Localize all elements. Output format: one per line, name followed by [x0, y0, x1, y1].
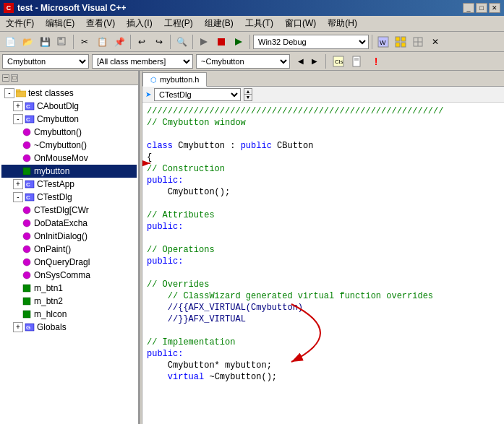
tree-item-ctestapp[interactable]: + C CTestApp	[1, 178, 137, 191]
svg-rect-2	[59, 43, 64, 45]
svg-point-39	[23, 272, 30, 279]
resource-btn[interactable]	[410, 34, 426, 50]
editor-body[interactable]: ////////////////////////////////////////…	[142, 103, 504, 424]
tree-item-ctestdlg-ctor[interactable]: CTestDlg[CWr	[1, 204, 137, 217]
tree-item-onquerydragl[interactable]: OnQueryDragl	[1, 256, 137, 269]
function-icon-dtor	[22, 140, 32, 150]
menu-build[interactable]: 组建(B)	[199, 16, 239, 31]
config-combo[interactable]: Win32 Debug	[253, 35, 369, 49]
menu-window[interactable]: 窗口(W)	[279, 16, 322, 31]
nav-right-button[interactable]: ▶	[308, 55, 321, 68]
function-icon-onquery	[22, 257, 32, 267]
delete-btn[interactable]: ✕	[427, 34, 443, 50]
tree-item-globals[interactable]: + G Globals	[1, 321, 137, 334]
save-button[interactable]: 💾	[37, 34, 53, 50]
tree-label: OnSysComma	[34, 269, 90, 281]
member-combo[interactable]: [All class members]	[92, 54, 193, 69]
svg-point-34	[23, 207, 30, 214]
close-button[interactable]: ✕	[489, 3, 500, 13]
expand-icon-globals[interactable]: +	[13, 322, 23, 332]
panel-collapse-btn[interactable]: ─	[2, 74, 9, 82]
open-button[interactable]: 📂	[20, 34, 35, 50]
class-nav-combo[interactable]: CTestDlg	[154, 88, 241, 101]
tree-root-label: test classes	[28, 87, 74, 99]
class-combo[interactable]: Cmybutton	[2, 54, 89, 69]
tree-item-root[interactable]: - test classes	[1, 87, 137, 100]
svg-point-35	[23, 220, 30, 227]
tree-item-caboutdlg[interactable]: + C CAboutDlg	[1, 100, 137, 113]
svg-rect-41	[23, 298, 30, 305]
debug-button[interactable]	[231, 34, 247, 50]
svg-text:G: G	[26, 324, 30, 331]
tree-label: CTestApp	[37, 178, 74, 190]
info-btn[interactable]: !	[368, 53, 384, 69]
editor-nav-arrows[interactable]: ▲ ▼	[244, 88, 252, 101]
menu-file[interactable]: 文件(F)	[0, 16, 40, 31]
stop-button[interactable]	[213, 34, 229, 50]
wizard-button[interactable]: W	[375, 34, 391, 50]
nav-up-arrow[interactable]: ▲	[244, 89, 252, 95]
code-line-operations: // Operations	[147, 244, 500, 256]
maximize-button[interactable]: □	[476, 3, 487, 13]
undo-button[interactable]: ↩	[134, 34, 150, 50]
menu-view[interactable]: 查看(V)	[80, 16, 121, 31]
svg-point-38	[23, 259, 30, 266]
tree-label: OnPaint()	[34, 243, 71, 255]
expand-icon-root[interactable]: -	[4, 88, 14, 98]
menu-tools[interactable]: 工具(T)	[239, 16, 279, 31]
menu-insert[interactable]: 插入(I)	[121, 16, 158, 31]
tree-item-cmybutton[interactable]: - C Cmybutton	[1, 113, 137, 126]
menu-help[interactable]: 帮助(H)	[322, 16, 363, 31]
nav-down-arrow[interactable]: ▼	[244, 95, 252, 100]
paste-button[interactable]: 📌	[111, 34, 127, 50]
tree-item-oninitdialog[interactable]: OnInitDialog()	[1, 230, 137, 243]
cut-button[interactable]: ✂	[77, 34, 93, 50]
tree-item-mybutton[interactable]: mybutton	[1, 165, 137, 178]
new-button[interactable]: 📄	[2, 34, 18, 50]
tree-item-cmybutton-ctor[interactable]: Cmybutton()	[1, 126, 137, 139]
minimize-button[interactable]: _	[463, 3, 474, 13]
search-button[interactable]: 🔍	[174, 34, 189, 50]
file-view-btn[interactable]	[349, 53, 365, 69]
tree-label: m_hlcon	[34, 308, 67, 320]
tree-item-m-hlcon[interactable]: m_hlcon	[1, 308, 137, 321]
expand-icon-ctestdlg[interactable]: -	[13, 192, 23, 202]
expand-icon-cmybutton[interactable]: -	[13, 114, 23, 124]
code-line-blank-2	[147, 198, 500, 209]
svg-rect-1	[59, 38, 62, 40]
tab-mybutton-h[interactable]: ⬡ mybutton.h	[142, 72, 207, 87]
panel-float-btn[interactable]: □	[11, 74, 18, 82]
tree-item-m-btn2[interactable]: m_btn2	[1, 295, 137, 308]
tree-label: DoDataExcha	[34, 217, 87, 229]
header-arrow-icon: ➤	[145, 90, 151, 98]
tree-item-cmybutton-dtor[interactable]: ~Cmybutton()	[1, 139, 137, 152]
filter-combo[interactable]: ~Cmybutton	[196, 54, 290, 69]
tree-item-m-btn1[interactable]: m_btn1	[1, 282, 137, 295]
tree-item-onmousemov[interactable]: OnMouseMov	[1, 152, 137, 165]
save-all-button[interactable]	[54, 34, 70, 50]
separator-5	[249, 35, 250, 49]
tree-item-onsyscomma[interactable]: OnSysComma	[1, 269, 137, 282]
function-icon-onmouse	[22, 153, 32, 163]
class-btn[interactable]	[393, 34, 409, 50]
tree-label: CTestDlg	[37, 191, 72, 203]
tree-item-ctestdlg[interactable]: - C CTestDlg	[1, 191, 137, 204]
nav-left-button[interactable]: ◀	[294, 55, 307, 68]
expand-icon-caboutdlg[interactable]: +	[13, 101, 23, 111]
class-view-btn[interactable]: Cls	[330, 53, 346, 69]
menu-project[interactable]: 工程(P)	[158, 16, 199, 31]
class-tree[interactable]: - test classes + C CAboutDlg - C	[0, 85, 138, 424]
svg-rect-8	[396, 37, 400, 41]
title-bar-text: test - Microsoft Visual C++	[17, 3, 127, 13]
panel-header: ─ □	[0, 71, 138, 85]
tree-label-cmybutton: Cmybutton	[37, 113, 79, 125]
redo-button[interactable]: ↪	[151, 34, 167, 50]
code-line-public-2: public:	[147, 221, 500, 233]
build-button[interactable]	[196, 34, 212, 50]
code-line-afx-virtual-open: //{{AFX_VIRTUAL(Cmybutton)	[147, 302, 500, 313]
menu-edit[interactable]: 编辑(E)	[40, 16, 80, 31]
tree-item-onpaint[interactable]: OnPaint()	[1, 243, 137, 256]
copy-button[interactable]: 📋	[94, 34, 110, 50]
expand-icon-ctestapp[interactable]: +	[13, 179, 23, 189]
tree-item-dodataexcha[interactable]: DoDataExcha	[1, 217, 137, 230]
